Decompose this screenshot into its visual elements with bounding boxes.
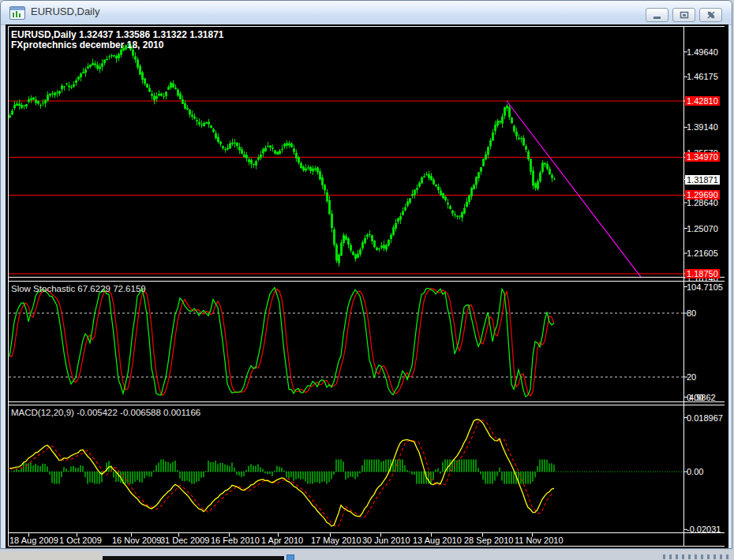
window-controls: [646, 8, 722, 22]
chart-window-icon: [9, 6, 25, 20]
background-window-fragment: [0, 550, 734, 560]
background-window-edge: [103, 556, 284, 560]
close-icon: [706, 10, 716, 20]
background-window-buttons: [663, 554, 730, 559]
window-title: EURUSD,Daily: [31, 6, 99, 17]
minimize-icon: [653, 10, 662, 20]
restore-icon: [680, 10, 689, 20]
background-area: [0, 552, 101, 560]
background-window-icon: [286, 554, 294, 560]
chart-window: EURUSD,Daily: [0, 0, 732, 549]
title-bar[interactable]: EURUSD,Daily: [1, 1, 732, 25]
minimize-button[interactable]: [646, 8, 668, 22]
restore-button[interactable]: [672, 8, 695, 22]
close-button[interactable]: [699, 8, 722, 22]
chart-client-area[interactable]: [6, 24, 728, 548]
